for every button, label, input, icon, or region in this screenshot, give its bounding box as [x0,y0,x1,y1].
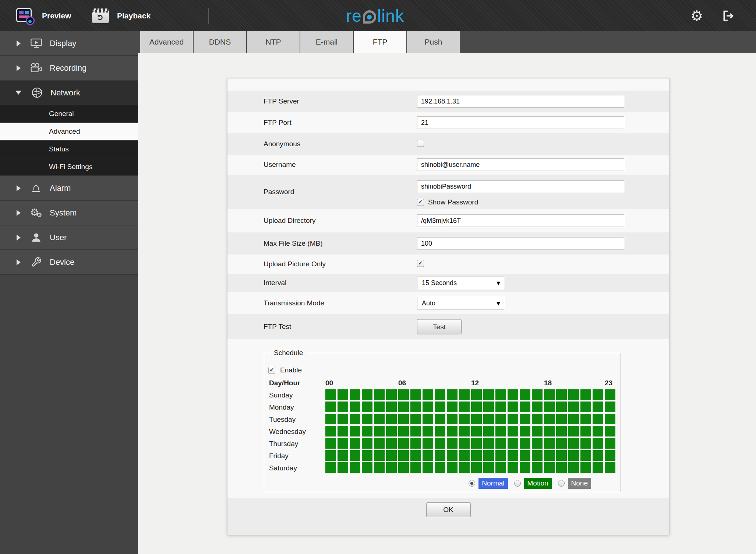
schedule-cell[interactable] [580,462,591,473]
schedule-cell[interactable] [350,426,360,436]
schedule-cell[interactable] [386,402,397,412]
schedule-cell[interactable] [483,450,494,461]
schedule-cell[interactable] [350,414,360,424]
schedule-cell[interactable] [471,389,482,400]
schedule-cell[interactable] [556,438,567,449]
interval-dropdown[interactable]: 15 Seconds▼ [417,277,504,289]
schedule-cell[interactable] [398,414,409,424]
mode-radio-none[interactable] [558,480,565,487]
schedule-cell[interactable] [459,402,470,412]
chevron-down-icon[interactable] [15,91,21,95]
schedule-cell[interactable] [471,462,482,473]
sidebar-item-recording[interactable]: Recording [0,56,138,81]
schedule-cell[interactable] [544,450,555,461]
mode-radio-normal[interactable] [469,480,475,487]
tab-ftp[interactable]: FTP [354,31,406,53]
schedule-cell[interactable] [423,462,433,473]
schedule-cell[interactable] [483,426,494,436]
schedule-cell[interactable] [362,402,372,412]
schedule-cell[interactable] [568,450,579,461]
schedule-cell[interactable] [532,462,543,473]
schedule-cell[interactable] [325,450,336,461]
nav-preview[interactable]: Preview [16,0,71,31]
sidebar-subitem-wi-fi-settings[interactable]: Wi-Fi Settings [0,158,138,176]
schedule-cell[interactable] [508,450,518,461]
schedule-cell[interactable] [580,414,591,424]
schedule-cell[interactable] [556,462,567,473]
schedule-cell[interactable] [580,438,591,449]
schedule-cell[interactable] [605,438,615,449]
schedule-cell[interactable] [556,402,567,412]
mode-badge-motion[interactable]: Motion [524,478,552,489]
schedule-cell[interactable] [325,389,336,400]
schedule-cell[interactable] [350,402,360,412]
schedule-cell[interactable] [520,414,530,424]
schedule-cell[interactable] [580,426,591,436]
upload_picture_only-checkbox[interactable] [417,260,424,267]
schedule-cell[interactable] [410,389,421,400]
schedule-cell[interactable] [435,450,445,461]
schedule-cell[interactable] [386,414,397,424]
schedule-cell[interactable] [410,426,421,436]
schedule-cell[interactable] [447,426,458,436]
schedule-cell[interactable] [423,414,433,424]
tab-push[interactable]: Push [407,31,460,53]
schedule-cell[interactable] [508,402,518,412]
schedule-cell[interactable] [447,462,458,473]
schedule-cell[interactable] [593,450,603,461]
schedule-cell[interactable] [520,438,530,449]
schedule-cell[interactable] [374,438,385,449]
mode-badge-normal[interactable]: Normal [478,478,508,489]
schedule-cell[interactable] [483,414,494,424]
schedule-cell[interactable] [398,438,409,449]
tab-ddns[interactable]: DDNS [194,31,246,53]
anonymous-checkbox[interactable] [417,140,424,147]
username-input[interactable] [417,158,624,171]
test-button[interactable]: Test [417,319,462,334]
schedule-cell[interactable] [605,450,615,461]
schedule-cell[interactable] [532,426,543,436]
schedule-cell[interactable] [386,462,397,473]
schedule-cell[interactable] [325,438,336,449]
chevron-right-icon[interactable] [17,235,21,241]
schedule-cell[interactable] [471,450,482,461]
schedule-cell[interactable] [386,426,397,436]
ftp_port-input[interactable] [417,116,624,129]
schedule-cell[interactable] [593,426,603,436]
schedule-cell[interactable] [568,389,579,400]
schedule-cell[interactable] [398,389,409,400]
sidebar-subitem-general[interactable]: General [0,105,138,123]
schedule-cell[interactable] [325,462,336,473]
schedule-cell[interactable] [532,450,543,461]
schedule-cell[interactable] [508,389,518,400]
schedule-cell[interactable] [495,426,506,436]
settings-gear-icon[interactable]: ⚙ [690,9,703,23]
schedule-cell[interactable] [338,414,348,424]
schedule-cell[interactable] [580,389,591,400]
schedule-cell[interactable] [471,426,482,436]
schedule-cell[interactable] [410,414,421,424]
schedule-cell[interactable] [532,414,543,424]
schedule-cell[interactable] [556,426,567,436]
schedule-cell[interactable] [386,389,397,400]
schedule-cell[interactable] [605,389,615,400]
schedule-cell[interactable] [374,426,385,436]
schedule-cell[interactable] [447,389,458,400]
sidebar-item-display[interactable]: Display [0,31,138,56]
sidebar-item-system[interactable]: ⚙⚙System [0,201,138,225]
schedule-cell[interactable] [423,438,433,449]
schedule-cell[interactable] [325,426,336,436]
schedule-cell[interactable] [362,389,372,400]
schedule-cell[interactable] [350,438,360,449]
schedule-cell[interactable] [495,438,506,449]
schedule-cell[interactable] [410,402,421,412]
schedule-cell[interactable] [423,426,433,436]
sidebar-item-device[interactable]: Device [0,250,138,275]
tab-e-mail[interactable]: E-mail [300,31,353,53]
schedule-cell[interactable] [544,438,555,449]
schedule-cell[interactable] [593,462,603,473]
schedule-cell[interactable] [410,438,421,449]
nav-playback[interactable]: Playback [92,0,151,31]
schedule-cell[interactable] [532,389,543,400]
schedule-cell[interactable] [508,438,518,449]
